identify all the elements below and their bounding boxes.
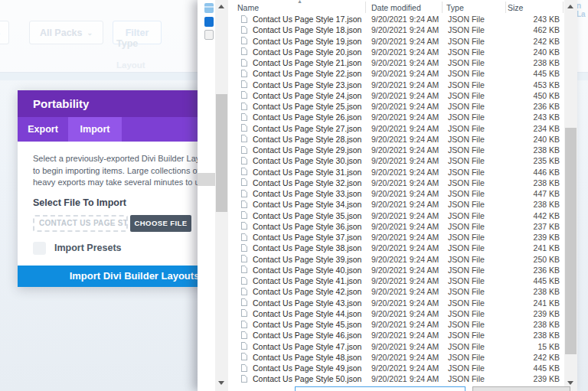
file-type: JSON File [448,222,485,231]
nav-scrollbar-thumb[interactable] [216,94,227,212]
column-header-date-modified[interactable]: Date modified [371,3,421,12]
file-type: JSON File [448,287,485,296]
background-dropdown-partial[interactable]: ⌄ [0,21,9,44]
file-name: Contact Us Page Style 25.json [253,102,361,111]
file-row[interactable]: Contact Us Page Style 23.json9/20/2021 9… [228,80,564,90]
json-file-icon [241,321,247,328]
file-size: 241 KB [534,243,560,253]
file-row[interactable]: Contact Us Page Style 29.json9/20/2021 9… [228,145,564,155]
file-row[interactable]: Contact Us Page Style 35.json9/20/2021 9… [228,210,564,221]
nav-pane-scrollbar[interactable] [215,0,228,391]
file-size: 445 KB [534,69,560,78]
file-size: 15 KB [537,342,560,351]
choose-file-button[interactable]: CHOOSE FILE [130,215,191,232]
file-row[interactable]: Contact Us Page Style 48.json9/20/2021 9… [228,352,564,363]
file-row[interactable]: Contact Us Page Style 28.json9/20/2021 9… [228,134,564,145]
file-row[interactable]: Contact Us Page Style 49.json9/20/2021 9… [228,363,564,373]
scroll-up-icon[interactable] [567,5,573,8]
file-row[interactable]: Contact Us Page Style 36.json9/20/2021 9… [228,221,564,232]
chevron-down-icon: ⌄ [0,29,2,37]
file-size: 234 KB [534,124,560,133]
file-row[interactable]: Contact Us Page Style 40.json9/20/2021 9… [228,265,564,275]
file-row[interactable]: Contact Us Page Style 37.json9/20/2021 9… [228,232,564,243]
file-row[interactable]: Contact Us Page Style 44.json9/20/2021 9… [228,308,564,319]
file-size: 242 KB [534,37,560,46]
all-packs-dropdown[interactable]: All Packs ⌄ [29,21,103,44]
file-size: 238 KB [534,145,560,155]
file-date-modified: 9/20/2021 9:24 AM [371,233,439,242]
file-name: Contact Us Page Style 26.json [253,112,361,122]
file-size: 243 KB [534,112,560,122]
file-row[interactable]: Contact Us Page Style 26.json9/20/2021 9… [228,112,564,122]
file-date-modified: 9/20/2021 9:24 AM [371,47,439,57]
file-size: 236 KB [534,266,560,275]
column-header-name[interactable]: Name [237,3,259,12]
file-name: Contact Us Page Style 48.json [253,353,361,362]
import-file-field[interactable]: CONTACT US PAGE STYLE ... [33,215,128,232]
file-row[interactable]: Contact Us Page Style 47.json9/20/2021 9… [228,341,564,352]
file-size: 445 KB [534,363,560,373]
column-divider[interactable] [442,2,443,13]
file-row[interactable]: Contact Us Page Style 20.json9/20/2021 9… [228,47,564,57]
file-date-modified: 9/20/2021 9:24 AM [371,211,439,220]
file-name: Contact Us Page Style 34.json [253,200,361,209]
file-row[interactable]: Contact Us Page Style 42.json9/20/2021 9… [228,286,564,297]
file-row[interactable]: Contact Us Page Style 43.json9/20/2021 9… [228,298,564,308]
file-row[interactable]: Contact Us Page Style 25.json9/20/2021 9… [228,101,564,112]
scroll-up-icon[interactable] [218,5,224,8]
scroll-down-icon[interactable] [218,381,224,385]
file-row[interactable]: Contact Us Page Style 45.json9/20/2021 9… [228,319,564,330]
file-list-scrollbar[interactable] [564,0,577,391]
file-type: JSON File [448,91,485,100]
json-file-icon [241,124,247,132]
file-date-modified: 9/20/2021 9:24 AM [371,243,439,253]
file-name: Contact Us Page Style 31.json [253,168,361,177]
file-type: JSON File [448,145,485,155]
file-row[interactable]: Contact Us Page Style 50.json9/20/2021 9… [228,373,564,384]
file-type: JSON File [448,320,485,329]
file-date-modified: 9/20/2021 9:24 AM [371,363,439,373]
file-row[interactable]: Contact Us Page Style 34.json9/20/2021 9… [228,199,564,210]
sort-ascending-icon: ▲ [297,0,302,4]
json-file-icon [241,211,247,219]
file-row[interactable]: Contact Us Page Style 17.json9/20/2021 9… [228,14,564,24]
file-row[interactable]: Contact Us Page Style 22.json9/20/2021 9… [228,68,564,79]
file-row[interactable]: Contact Us Page Style 31.json9/20/2021 9… [228,167,564,178]
file-row[interactable]: Contact Us Page Style 19.json9/20/2021 9… [228,36,564,47]
file-row[interactable]: Contact Us Page Style 46.json9/20/2021 9… [228,330,564,340]
file-row[interactable]: Contact Us Page Style 33.json9/20/2021 9… [228,188,564,199]
column-divider[interactable] [563,2,564,13]
tab-export[interactable]: Export [18,117,68,142]
file-row[interactable]: Contact Us Page Style 39.json9/20/2021 9… [228,254,564,265]
file-row[interactable]: Contact Us Page Style 38.json9/20/2021 9… [228,243,564,253]
file-row[interactable]: Contact Us Page Style 32.json9/20/2021 9… [228,178,564,188]
file-name: Contact Us Page Style 39.json [253,255,361,264]
tab-import[interactable]: Import [68,117,122,142]
file-size: 239 KB [534,309,560,318]
column-header-size[interactable]: Size [508,3,523,12]
chevron-down-icon: ⌄ [87,29,93,37]
column-divider[interactable] [365,2,366,13]
file-list-scrollbar-thumb[interactable] [565,128,577,354]
file-list-header: ▲ Name Date modified Type Size [228,0,564,14]
import-presets-checkbox[interactable] [33,242,46,255]
json-file-icon [241,222,247,230]
file-size: 446 KB [534,168,560,177]
file-row[interactable]: Contact Us Page Style 27.json9/20/2021 9… [228,123,564,134]
nav-item-highlight[interactable] [198,173,215,186]
file-name-input-partial[interactable] [295,386,466,391]
column-divider[interactable] [505,2,506,13]
json-file-icon [241,375,247,383]
column-header-type[interactable]: Type [446,3,464,12]
file-row[interactable]: Contact Us Page Style 24.json9/20/2021 9… [228,90,564,101]
file-date-modified: 9/20/2021 9:24 AM [371,145,439,155]
file-row[interactable]: Contact Us Page Style 30.json9/20/2021 9… [228,155,564,166]
file-type-select-partial[interactable] [472,386,570,391]
file-size: 235 KB [534,156,560,165]
file-row[interactable]: Contact Us Page Style 21.json9/20/2021 9… [228,57,564,68]
file-row[interactable]: Contact Us Page Style 18.json9/20/2021 9… [228,24,564,35]
file-size: 462 KB [534,25,560,34]
scroll-down-icon[interactable] [567,381,573,385]
file-type: JSON File [448,58,485,67]
file-row[interactable]: Contact Us Page Style 41.json9/20/2021 9… [228,275,564,286]
